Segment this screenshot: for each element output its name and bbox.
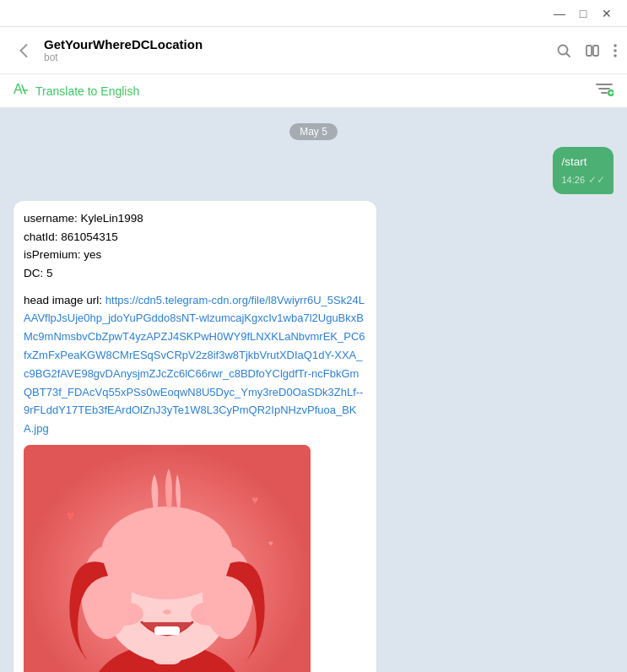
columns-button[interactable]: [585, 43, 600, 58]
svg-rect-24: [154, 626, 180, 635]
svg-point-6: [613, 54, 617, 57]
image-url-link[interactable]: https://cdn5.telegram-cdn.org/file/l8Vwi…: [24, 294, 365, 436]
incoming-message-row: username: KyleLin1998 chatId: 861054315 …: [14, 201, 613, 672]
chat-subtitle: bot: [44, 51, 556, 63]
translate-button[interactable]: A Translate to English: [14, 82, 139, 100]
svg-point-26: [81, 546, 132, 639]
svg-point-5: [613, 49, 617, 52]
svg-rect-2: [586, 46, 592, 56]
more-button[interactable]: [613, 43, 617, 58]
date-label: May 5: [289, 123, 338, 140]
maximize-button[interactable]: □: [573, 3, 593, 24]
svg-text:♥: ♥: [251, 493, 258, 507]
date-divider: May 5: [14, 123, 613, 140]
header-info: GetYourWhereDCLocation bot: [44, 37, 556, 63]
chat-image: ♥ ♥ ♥: [24, 445, 311, 672]
filter-button[interactable]: [595, 81, 613, 100]
chat-header: GetYourWhereDCLocation bot: [0, 27, 627, 74]
back-button[interactable]: [10, 37, 37, 64]
svg-text:A: A: [14, 82, 23, 96]
svg-point-0: [559, 45, 568, 54]
dc-line: DC: 5: [24, 264, 366, 283]
svg-point-27: [203, 546, 253, 639]
incoming-bubble: username: KyleLin1998 chatId: 861054315 …: [14, 201, 376, 672]
outgoing-time: 14:26: [561, 173, 585, 187]
translate-bar: A Translate to English: [0, 74, 627, 108]
title-bar: — □ ✕: [0, 0, 627, 27]
svg-point-23: [163, 610, 171, 615]
ispremium-line: isPremium: yes: [24, 246, 366, 264]
svg-line-1: [567, 53, 570, 57]
outgoing-text: /start: [561, 155, 586, 168]
translate-label: Translate to English: [35, 84, 139, 98]
svg-text:♥: ♥: [66, 507, 75, 524]
svg-rect-3: [593, 46, 598, 56]
head-image-label: head image url: https://cdn5.telegram-cd…: [24, 291, 366, 438]
chat-title: GetYourWhereDCLocation: [44, 37, 556, 51]
outgoing-bubble: /start 14:26 ✓✓: [553, 147, 613, 194]
check-icon: ✓✓: [588, 172, 605, 187]
outgoing-message-row: /start 14:26 ✓✓: [14, 147, 613, 194]
chat-area: May 5 /start 14:26 ✓✓ username: KyleLin1…: [0, 108, 627, 672]
username-line: username: KyleLin1998: [24, 209, 366, 228]
outgoing-meta: 14:26 ✓✓: [561, 172, 605, 187]
search-button[interactable]: [556, 43, 571, 58]
translate-icon: A: [14, 82, 30, 100]
svg-text:♥: ♥: [268, 539, 273, 548]
minimize-button[interactable]: —: [549, 3, 570, 24]
header-actions: [556, 43, 617, 58]
chatid-line: chatId: 861054315: [24, 228, 366, 247]
svg-point-4: [613, 44, 617, 47]
close-button[interactable]: ✕: [597, 3, 617, 24]
